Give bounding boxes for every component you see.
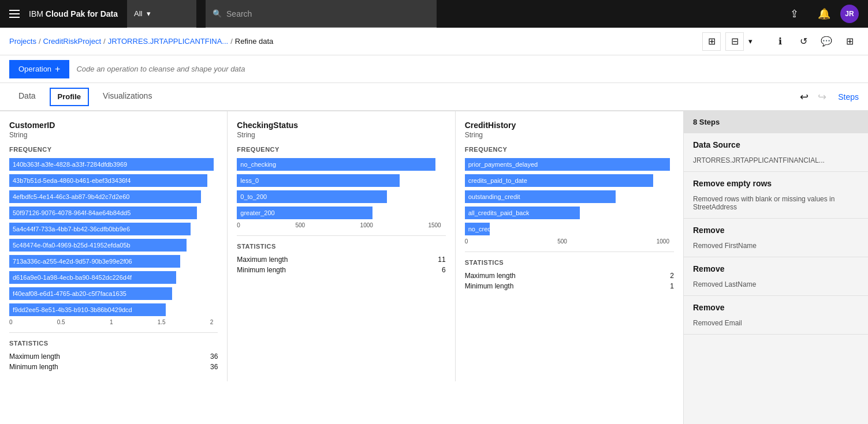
bar-chart: no_checking less_0 0_to_200 greater_200 … bbox=[237, 157, 445, 228]
bar: f40eaf08-e6d1-4765-ab20-c5f7faca1635 bbox=[9, 287, 172, 300]
breadcrumb-projects[interactable]: Projects bbox=[9, 37, 36, 46]
bar-label: 5c48474e-0fa0-4969-b25d-41952efda05b bbox=[13, 242, 131, 249]
search-scope-dropdown[interactable]: All ▾ bbox=[127, 0, 196, 28]
tab-visualizations[interactable]: Visualizations bbox=[94, 83, 161, 111]
column-type: String bbox=[9, 131, 218, 139]
bar-row: credits_paid_to_date bbox=[465, 174, 674, 187]
redo-button[interactable]: ↪ bbox=[815, 88, 829, 106]
operation-button[interactable]: Operation + bbox=[9, 60, 69, 78]
freq-label: FREQUENCY bbox=[9, 146, 218, 153]
bar: 50f97126-9076-4078-964f-84ae64b84dd5 bbox=[9, 207, 197, 219]
stat-row: Maximum length 2 bbox=[465, 271, 674, 281]
hamburger-menu[interactable] bbox=[9, 10, 20, 18]
step-title[interactable]: Data Source bbox=[684, 133, 868, 156]
stats-section: STATISTICS Maximum length 2 Minimum leng… bbox=[465, 252, 674, 291]
step-item-2[interactable]: Remove Removed FirstName bbox=[684, 219, 868, 257]
stats-label: STATISTICS bbox=[237, 243, 445, 250]
breadcrumb-project[interactable]: CreditRiskProject bbox=[43, 37, 101, 46]
bar-label: f9dd2ee5-8e51-4b35-b910-3b86b0429dcd bbox=[13, 306, 132, 313]
column-section-checkingstatus: CheckingStatus String FREQUENCY no_check… bbox=[228, 111, 455, 381]
tab-profile[interactable]: Profile bbox=[50, 88, 89, 106]
bar: greater_200 bbox=[237, 207, 372, 219]
tab-data[interactable]: Data bbox=[9, 83, 45, 111]
axis: 05001000 bbox=[465, 238, 674, 245]
column-name: CustomerID bbox=[9, 121, 218, 130]
step-subtitle: JRTORRES.JRTAPPLICANTFINANCIAL... bbox=[684, 156, 868, 171]
stat-row: Minimum length 6 bbox=[237, 265, 445, 275]
steps-link[interactable]: Steps bbox=[838, 92, 859, 102]
bar-label: greater_200 bbox=[240, 209, 274, 216]
bar: no_checking bbox=[237, 158, 435, 171]
bar-row: 140b363f-a3fe-4828-a33f-7284dfdb3969 bbox=[9, 157, 218, 171]
search-input[interactable] bbox=[226, 9, 430, 18]
tabs-bar: Data Profile Visualizations ↩ ↪ Steps bbox=[0, 83, 868, 111]
freq-label: FREQUENCY bbox=[237, 146, 445, 153]
column-section-customerid: CustomerID String FREQUENCY 140b363f-a3f… bbox=[0, 111, 228, 381]
stat-row: Minimum length 1 bbox=[465, 281, 674, 291]
bar: outstanding_credit bbox=[465, 190, 616, 203]
undo-redo-group: ↩ ↪ bbox=[798, 88, 829, 106]
bar-row: no_checking bbox=[237, 157, 445, 171]
bar: 5c48474e-0fa0-4969-b25d-41952efda05b bbox=[9, 239, 187, 252]
step-item-4[interactable]: Remove Removed Email bbox=[684, 296, 868, 335]
column-section-credithistory: CreditHistory String FREQUENCY prior_pay… bbox=[456, 111, 683, 381]
step-title[interactable]: Remove bbox=[684, 257, 868, 280]
notification-icon[interactable]: 🔔 bbox=[810, 0, 838, 28]
bar-label: no_checking bbox=[240, 161, 276, 168]
undo-button[interactable]: ↩ bbox=[798, 88, 811, 106]
history-icon[interactable]: ↺ bbox=[794, 32, 813, 51]
bar-row: 0_to_200 bbox=[237, 190, 445, 204]
step-item-0[interactable]: Data Source JRTORRES.JRTAPPLICANTFINANCI… bbox=[684, 133, 868, 172]
steps-list: Data Source JRTORRES.JRTAPPLICANTFINANCI… bbox=[684, 133, 868, 335]
bar-row: d616a9e0-1a98-4ecb-ba90-8452dc226d4f bbox=[9, 271, 218, 284]
top-nav: IBM Cloud Pak for Data All ▾ 🔍 ⇪ 🔔 JR bbox=[0, 0, 868, 28]
stats-label: STATISTICS bbox=[9, 340, 218, 347]
stat-value: 36 bbox=[210, 363, 218, 371]
column-type: String bbox=[237, 131, 445, 139]
step-item-3[interactable]: Remove Removed LastName bbox=[684, 257, 868, 296]
stat-key: Minimum length bbox=[465, 282, 514, 290]
breadcrumb-dataset[interactable]: JRTORRES.JRTAPPLICANTFINA... bbox=[108, 37, 229, 46]
step-title[interactable]: Remove empty rows bbox=[684, 172, 868, 195]
bar-label: all_credits_paid_back bbox=[468, 209, 530, 216]
bar-label: less_0 bbox=[240, 177, 259, 184]
stat-key: Minimum length bbox=[9, 363, 58, 371]
layout-icon[interactable]: ⊞ bbox=[840, 32, 859, 51]
bar-chart: prior_payments_delayed credits_paid_to_d… bbox=[465, 157, 674, 245]
bar-row: less_0 bbox=[237, 174, 445, 187]
stats-label: STATISTICS bbox=[465, 259, 674, 266]
bar: 4efbdfc5-4e14-46c3-ab87-9b4d2c7d2e60 bbox=[9, 190, 201, 203]
freq-label: FREQUENCY bbox=[465, 146, 674, 153]
search-bar[interactable]: 🔍 bbox=[206, 0, 437, 28]
bar-row: 43b7b51d-5eda-4860-b461-ebef3d3436f4 bbox=[9, 174, 218, 187]
share-icon[interactable]: ⇪ bbox=[780, 0, 808, 28]
comment-icon[interactable]: 💬 bbox=[817, 32, 836, 51]
bar-label: 50f97126-9076-4078-964f-84ae64b84dd5 bbox=[13, 209, 131, 216]
save-icon[interactable]: ⊞ bbox=[702, 32, 721, 51]
stat-row: Maximum length 11 bbox=[237, 254, 445, 265]
step-item-1[interactable]: Remove empty rows Removed rows with blan… bbox=[684, 172, 868, 219]
step-title[interactable]: Remove bbox=[684, 296, 868, 319]
avatar[interactable]: JR bbox=[840, 5, 859, 23]
step-title[interactable]: Remove bbox=[684, 219, 868, 242]
operation-bar: Operation + Code an operation to cleanse… bbox=[0, 55, 868, 83]
stat-row: Maximum length 36 bbox=[9, 351, 218, 362]
stat-key: Maximum length bbox=[465, 272, 516, 280]
bar: 43b7b51d-5eda-4860-b461-ebef3d3436f4 bbox=[9, 174, 207, 187]
bar-label: 140b363f-a3fe-4828-a33f-7284dfdb3969 bbox=[13, 161, 127, 168]
stat-value: 1 bbox=[670, 282, 674, 290]
bar-label: prior_payments_delayed bbox=[468, 161, 538, 168]
bar-row: f9dd2ee5-8e51-4b35-b910-3b86b0429dcd bbox=[9, 303, 218, 317]
bar-row: 50f97126-9076-4078-964f-84ae64b84dd5 bbox=[9, 206, 218, 220]
bar-label: 713a336c-a255-4e2d-9d57-90b3e99e2f06 bbox=[13, 258, 132, 265]
bar-row: greater_200 bbox=[237, 206, 445, 220]
info-icon[interactable]: ℹ bbox=[771, 32, 789, 51]
stat-value: 6 bbox=[442, 266, 446, 274]
step-subtitle: Removed rows with blank or missing value… bbox=[684, 195, 868, 218]
bar-label: outstanding_credit bbox=[468, 193, 520, 200]
bar-chart: 140b363f-a3fe-4828-a33f-7284dfdb3969 43b… bbox=[9, 157, 218, 325]
stat-value: 2 bbox=[670, 272, 674, 280]
chevron-down-icon-2[interactable]: ▾ bbox=[748, 37, 752, 46]
bar-row: 5c48474e-0fa0-4969-b25d-41952efda05b bbox=[9, 238, 218, 252]
export-icon[interactable]: ⊟ bbox=[725, 32, 744, 51]
